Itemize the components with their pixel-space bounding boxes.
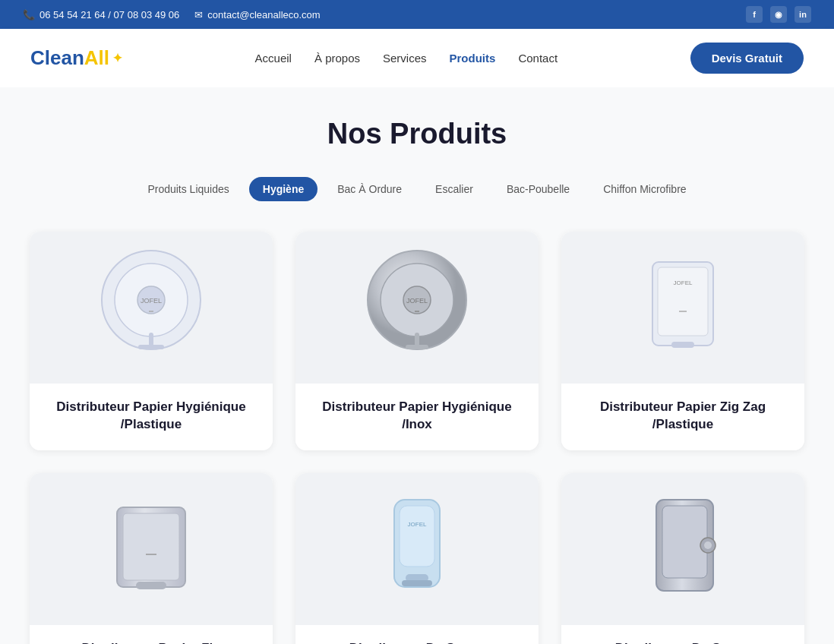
product-card-2: JOFEL Distributeur Papier Hygiénique /In… [295, 232, 539, 450]
nav-accueil[interactable]: Accueil [255, 52, 292, 65]
svg-rect-20 [123, 513, 179, 580]
product-label-5: Distributeur De Savon [295, 625, 539, 644]
svg-point-31 [704, 541, 712, 549]
svg-text:JOFEL: JOFEL [141, 297, 162, 305]
filter-hygiene[interactable]: Hygiène [249, 177, 317, 201]
svg-text:JOFEL: JOFEL [674, 279, 693, 286]
product-title-1: Distributeur Papier Hygiénique /Plastiqu… [43, 399, 259, 434]
product-label-1: Distributeur Papier Hygiénique /Plastiqu… [30, 384, 273, 450]
filter-escalier[interactable]: Escalier [422, 177, 487, 201]
product-label-4: Distributeur Papier Zig [30, 625, 273, 644]
filter-tabs: Produits Liquides Hygiène Bac À Ordure E… [15, 177, 819, 201]
social-links: f ◉ in [746, 6, 811, 23]
product-label-6: Distributeur De Savon [561, 625, 804, 644]
product-image-4 [30, 473, 273, 625]
email-icon: ✉ [194, 9, 203, 21]
product-card-3: JOFEL Distributeur Papier Zig Zag /Plast… [561, 232, 804, 450]
filter-bac-poubelle[interactable]: Bac-Poubelle [493, 177, 583, 201]
product-title-3: Distributeur Papier Zig Zag /Plastique [575, 399, 791, 434]
main-content: Nos Produits Produits Liquides Hygiène B… [0, 87, 834, 644]
svg-rect-12 [415, 333, 419, 346]
product-title-4: Distributeur Papier Zig [43, 640, 259, 644]
facebook-icon[interactable]: f [746, 6, 763, 23]
nav-services[interactable]: Services [383, 52, 427, 65]
instagram-icon[interactable]: ◉ [770, 6, 787, 23]
product-image-1: JOFEL [30, 232, 273, 384]
product-card-1: JOFEL Distributeur Papier Hygiénique /Pl… [30, 232, 273, 450]
product-title-5: Distributeur De Savon [309, 640, 525, 644]
logo[interactable]: CleanAll✦ [30, 46, 122, 70]
product-title-6: Distributeur De Savon [575, 640, 791, 644]
nav-produits[interactable]: Produits [450, 52, 496, 65]
logo-text: CleanAll [30, 46, 109, 70]
svg-rect-4 [138, 345, 164, 349]
nav-contact[interactable]: Contact [518, 52, 558, 65]
svg-rect-18 [671, 342, 694, 348]
product-label-2: Distributeur Papier Hygiénique /Inox [295, 384, 539, 450]
svg-rect-24 [400, 506, 434, 567]
filter-bac-ordure[interactable]: Bac À Ordure [324, 177, 415, 201]
email-text: contact@cleanalleco.com [207, 9, 320, 21]
product-image-5: JOFEL [295, 473, 539, 625]
navbar: CleanAll✦ Accueil À propos Services Prod… [0, 29, 834, 87]
product-image-2: JOFEL [295, 232, 539, 384]
svg-rect-27 [402, 580, 432, 586]
svg-rect-29 [662, 506, 707, 578]
phone-text: 06 54 54 21 64 / 07 08 03 49 06 [39, 9, 179, 21]
svg-rect-15 [658, 267, 708, 336]
product-card-4: Distributeur Papier Zig [30, 473, 273, 644]
page-title: Nos Produits [15, 118, 819, 150]
svg-text:JOFEL: JOFEL [406, 297, 428, 305]
svg-text:JOFEL: JOFEL [408, 521, 427, 528]
products-grid: JOFEL Distributeur Papier Hygiénique /Pl… [30, 232, 804, 644]
logo-star: ✦ [112, 51, 122, 65]
filter-chiffon[interactable]: Chiffon Microfibre [589, 177, 700, 201]
svg-rect-13 [406, 345, 428, 349]
top-bar-contacts: 📞 06 54 54 21 64 / 07 08 03 49 06 ✉ cont… [23, 9, 321, 21]
nav-links: Accueil À propos Services Produits Conta… [255, 52, 558, 65]
product-image-3: JOFEL [561, 232, 804, 384]
svg-rect-22 [136, 582, 166, 589]
svg-rect-3 [149, 333, 153, 346]
phone-icon: 📞 [23, 9, 35, 21]
nav-apropos[interactable]: À propos [314, 52, 360, 65]
product-card-5: JOFEL Distributeur De Savon [295, 473, 539, 644]
top-bar: 📞 06 54 54 21 64 / 07 08 03 49 06 ✉ cont… [0, 0, 834, 29]
product-label-3: Distributeur Papier Zig Zag /Plastique [561, 384, 804, 450]
product-image-6 [561, 473, 804, 625]
devis-button[interactable]: Devis Gratuit [690, 43, 804, 74]
email-contact: ✉ contact@cleanalleco.com [194, 9, 320, 21]
filter-produits-liquides[interactable]: Produits Liquides [134, 177, 242, 201]
linkedin-icon[interactable]: in [795, 6, 811, 23]
product-title-2: Distributeur Papier Hygiénique /Inox [309, 399, 525, 434]
product-card-6: Distributeur De Savon [561, 473, 804, 644]
phone-contact: 📞 06 54 54 21 64 / 07 08 03 49 06 [23, 9, 179, 21]
